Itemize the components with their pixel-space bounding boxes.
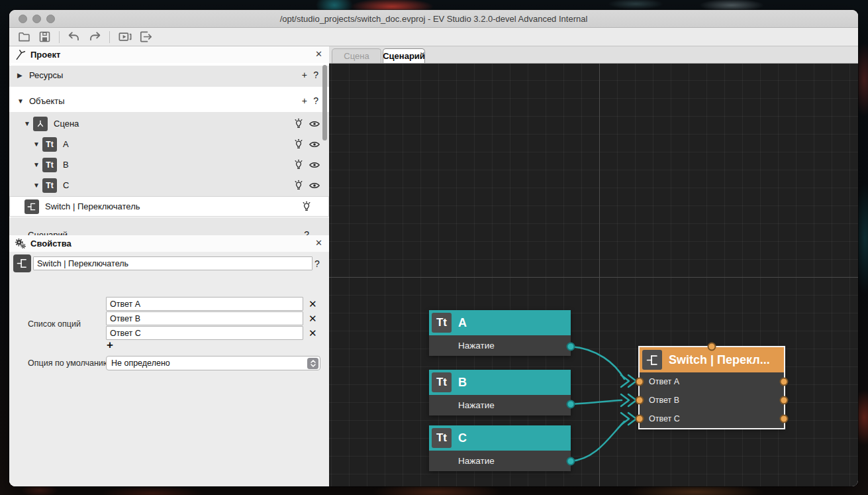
- remove-option-button[interactable]: ✕: [309, 326, 317, 340]
- port-switch-in-b[interactable]: [636, 396, 644, 405]
- switch-icon: [642, 350, 662, 370]
- tree-row-object-b[interactable]: ▼ Tt B: [9, 155, 329, 176]
- tree-row-object-a[interactable]: ▼ Tt A: [9, 135, 329, 155]
- port-switch-out-b[interactable]: [780, 396, 789, 405]
- default-option-select[interactable]: Не определено: [106, 356, 320, 370]
- output-row: Нажатие: [429, 335, 571, 356]
- remove-option-button[interactable]: ✕: [309, 311, 317, 325]
- bulb-icon[interactable]: [293, 118, 305, 130]
- eye-icon[interactable]: [309, 159, 320, 171]
- tree-row-label: Сцена: [54, 119, 79, 129]
- wire-arrowhead: [621, 413, 629, 425]
- node-switch[interactable]: Switch | Перекл... Ответ A Ответ B Ответ…: [640, 347, 784, 428]
- minimize-window-button[interactable]: [32, 15, 41, 23]
- redo-button[interactable]: [87, 30, 103, 44]
- export-button[interactable]: [137, 30, 153, 44]
- port-switch-in-c[interactable]: [636, 415, 644, 423]
- project-scrollbar[interactable]: [322, 65, 327, 140]
- remove-option-button[interactable]: ✕: [309, 297, 317, 311]
- disclosure-expanded-icon[interactable]: ▼: [24, 120, 30, 127]
- toolbar-separator: [59, 31, 60, 43]
- tree-row-resources[interactable]: ▶ Ресурсы + ?: [9, 66, 329, 86]
- tree-row-label: C: [63, 180, 69, 190]
- main-toolbar: [9, 28, 858, 46]
- stepper-icon[interactable]: [307, 358, 318, 369]
- input-row: Ответ B: [640, 391, 784, 410]
- port-switch-out-c[interactable]: [780, 415, 789, 423]
- app-window: /opt/studio_projects/switch_doc.evproj -…: [9, 10, 858, 486]
- node-b[interactable]: Tt B Нажатие: [429, 370, 571, 415]
- tab-scene[interactable]: Сцена: [332, 48, 381, 63]
- eye-icon[interactable]: [309, 118, 320, 130]
- export-icon: [138, 29, 153, 44]
- disclosure-expanded-icon[interactable]: ▼: [33, 161, 40, 168]
- tree-row-scenario[interactable]: Сценарий ?: [9, 225, 329, 235]
- add-button[interactable]: +: [302, 70, 307, 80]
- left-panel-column: Проект ✕ ▶ Ресурсы + ?: [9, 46, 329, 486]
- option-input-1[interactable]: [106, 297, 303, 311]
- port-switch-in-a[interactable]: [636, 378, 644, 386]
- add-option-button[interactable]: +: [107, 339, 113, 352]
- input-row: Ответ A: [640, 372, 784, 391]
- wire-c-to-switch: [571, 421, 624, 461]
- titlebar: /opt/studio_projects/switch_doc.evproj -…: [9, 10, 858, 28]
- properties-panel-title: Свойства: [30, 239, 72, 248]
- bulb-icon[interactable]: [301, 201, 313, 213]
- disclosure-expanded-icon[interactable]: ▼: [17, 97, 24, 105]
- add-button[interactable]: +: [302, 95, 307, 106]
- bulb-icon[interactable]: [293, 159, 305, 171]
- undo-button[interactable]: [66, 30, 82, 44]
- input-row: Ответ C: [640, 410, 784, 428]
- bulb-icon[interactable]: [293, 138, 305, 150]
- node-graph[interactable]: Tt A Нажатие Tt B Нажатие: [329, 64, 858, 486]
- bulb-icon[interactable]: [293, 180, 305, 192]
- zoom-window-button[interactable]: [46, 15, 55, 23]
- output-row: Нажатие: [429, 395, 571, 415]
- disclosure-expanded-icon[interactable]: ▼: [33, 140, 40, 148]
- disclosure-collapsed-icon[interactable]: ▶: [17, 72, 23, 79]
- window-title: /opt/studio_projects/switch_doc.evproj -…: [280, 14, 588, 24]
- project-panel-header: Проект ✕: [9, 46, 329, 63]
- node-c[interactable]: Tt C Нажатие: [429, 425, 571, 471]
- tree-row-label: Switch | Переключатель: [45, 201, 140, 211]
- close-icon[interactable]: ✕: [315, 49, 322, 59]
- disclosure-expanded-icon[interactable]: ▼: [33, 182, 40, 189]
- node-title: C: [458, 431, 467, 445]
- tree-row-label: Объекты: [29, 96, 65, 106]
- option-input-2[interactable]: [106, 311, 303, 325]
- save-button[interactable]: [36, 30, 52, 44]
- switch-icon: [24, 199, 39, 214]
- default-option-label: Опция по умолчанию: [28, 358, 109, 368]
- eye-icon[interactable]: [309, 180, 320, 192]
- node-title: Switch | Перекл...: [669, 353, 770, 367]
- port-output-a[interactable]: [567, 343, 575, 351]
- eye-icon[interactable]: [309, 138, 320, 150]
- open-folder-button[interactable]: [16, 30, 32, 44]
- tree-row-label: A: [63, 139, 69, 149]
- port-output-c[interactable]: [567, 457, 575, 466]
- port-switch-out-a[interactable]: [780, 378, 789, 386]
- option-input-3[interactable]: [106, 326, 303, 340]
- close-window-button[interactable]: [19, 15, 27, 23]
- close-icon[interactable]: ✕: [315, 238, 322, 248]
- port-output-b[interactable]: [567, 400, 575, 409]
- tree-row-scene[interactable]: ▼ Сцена: [9, 114, 329, 135]
- canvas-area: Сцена Сценарий: [329, 46, 858, 486]
- text-object-icon: Tt: [432, 372, 452, 392]
- help-button[interactable]: ?: [313, 70, 318, 80]
- properties-panel-header: Свойства ✕: [9, 235, 329, 252]
- tree-row-objects[interactable]: ▼ Объекты + ?: [9, 91, 329, 112]
- help-button[interactable]: ?: [314, 258, 320, 269]
- node-switch-body: Ответ A Ответ B Ответ C: [640, 372, 784, 428]
- tree-row-switch[interactable]: Switch | Переключатель: [9, 196, 329, 217]
- help-button[interactable]: ?: [313, 95, 318, 106]
- node-title: A: [458, 316, 467, 330]
- tree-row-object-c[interactable]: ▼ Tt C: [9, 176, 329, 196]
- help-button[interactable]: ?: [304, 229, 309, 235]
- object-name-input[interactable]: [33, 256, 313, 270]
- port-switch-top[interactable]: [708, 343, 716, 351]
- node-a[interactable]: Tt A Нажатие: [429, 310, 571, 356]
- tab-scenario[interactable]: Сценарий: [383, 48, 425, 63]
- preview-button[interactable]: [117, 30, 132, 44]
- node-c-header: Tt C: [429, 425, 571, 451]
